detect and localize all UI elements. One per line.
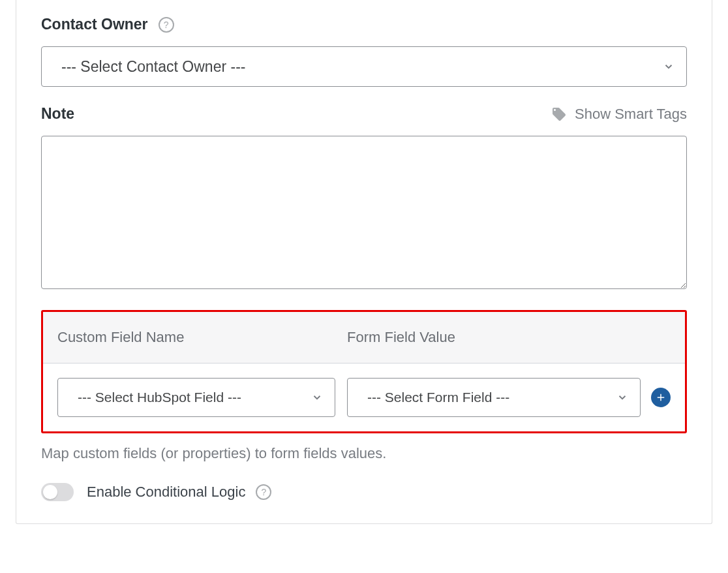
conditional-logic-label-text: Enable Conditional Logic — [87, 484, 245, 501]
add-mapping-button[interactable] — [651, 388, 671, 407]
show-smart-tags-link[interactable]: Show Smart Tags — [551, 106, 687, 123]
custom-fields-mapping-box: Custom Field Name Form Field Value --- S… — [41, 310, 687, 433]
custom-fields-header: Custom Field Name Form Field Value — [43, 312, 685, 364]
contact-owner-label-text: Contact Owner — [41, 16, 148, 33]
chevron-down-icon — [663, 61, 675, 72]
form-settings-card: Contact Owner ? --- Select Contact Owner… — [16, 0, 712, 524]
contact-owner-field-group: Contact Owner ? --- Select Contact Owner… — [41, 16, 687, 87]
conditional-logic-toggle[interactable] — [41, 483, 74, 501]
tag-icon — [551, 106, 567, 122]
chevron-down-icon — [616, 392, 628, 403]
note-label-text: Note — [41, 105, 74, 123]
contact-owner-select[interactable]: --- Select Contact Owner --- — [41, 46, 687, 87]
custom-field-name-header: Custom Field Name — [57, 329, 347, 346]
help-icon[interactable]: ? — [159, 17, 174, 33]
note-label-row: Note Show Smart Tags — [41, 105, 687, 123]
form-field-select[interactable]: --- Select Form Field --- — [347, 378, 641, 417]
hubspot-field-selected: --- Select HubSpot Field --- — [78, 390, 241, 405]
plus-icon — [655, 392, 667, 403]
chevron-down-icon — [311, 392, 323, 403]
form-field-selected: --- Select Form Field --- — [367, 390, 509, 405]
note-textarea[interactable] — [41, 136, 687, 289]
toggle-knob — [43, 485, 57, 499]
conditional-logic-label: Enable Conditional Logic ? — [87, 484, 271, 501]
note-label: Note — [41, 105, 74, 123]
contact-owner-label: Contact Owner ? — [41, 16, 687, 33]
custom-fields-help-text: Map custom fields (or properties) to for… — [41, 445, 687, 462]
help-icon[interactable]: ? — [256, 484, 271, 500]
note-field-group: Note Show Smart Tags — [41, 105, 687, 292]
custom-fields-row: --- Select HubSpot Field --- --- Select … — [43, 364, 685, 431]
hubspot-field-select[interactable]: --- Select HubSpot Field --- — [57, 378, 335, 417]
show-smart-tags-label: Show Smart Tags — [575, 106, 687, 123]
form-field-value-header: Form Field Value — [347, 329, 455, 346]
contact-owner-selected-value: --- Select Contact Owner --- — [61, 58, 245, 76]
conditional-logic-row: Enable Conditional Logic ? — [41, 483, 687, 501]
